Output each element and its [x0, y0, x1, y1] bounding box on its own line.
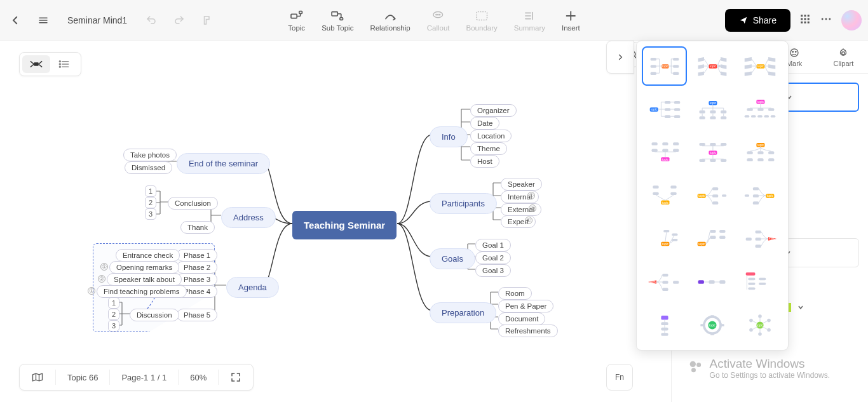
- svg-rect-137: [710, 116, 715, 119]
- map-layers-button[interactable]: [20, 365, 55, 390]
- central-topic[interactable]: Teaching Seminar: [292, 211, 397, 239]
- theme-option-4[interactable]: topic: [643, 91, 686, 128]
- theme-option-13[interactable]: topic: [643, 220, 686, 257]
- topic-count[interactable]: Topic 66: [56, 365, 109, 390]
- summary-tool[interactable]: Summary: [508, 6, 552, 34]
- svg-rect-148: [747, 108, 753, 111]
- dnum-1[interactable]: 1: [108, 297, 119, 309]
- theme-option-19[interactable]: [643, 307, 686, 344]
- zoom-level[interactable]: 60%: [179, 365, 218, 390]
- apps-grid-icon[interactable]: [799, 13, 811, 27]
- topic-address[interactable]: Address: [221, 207, 276, 228]
- callout-tool[interactable]: Callout: [421, 6, 456, 34]
- subtopic-tool[interactable]: Sub Topic: [315, 6, 360, 34]
- leaf-phase3[interactable]: Phase 3: [177, 273, 217, 286]
- svg-rect-257: [710, 333, 714, 335]
- mindmap-view-button[interactable]: [22, 55, 50, 73]
- theme-option-14[interactable]: topic: [691, 220, 733, 257]
- back-button[interactable]: [6, 11, 24, 29]
- theme-option-7[interactable]: topic: [643, 134, 686, 171]
- leaf-dismissed[interactable]: Dismissed: [125, 161, 172, 174]
- topic-preparation[interactable]: Preparation: [430, 302, 496, 323]
- tab-clipart[interactable]: Clipart: [819, 41, 868, 73]
- outline-view-button[interactable]: [50, 55, 78, 73]
- undo-button[interactable]: [142, 11, 160, 29]
- topic-agenda[interactable]: Agenda: [226, 277, 279, 298]
- num-1[interactable]: 1: [145, 185, 156, 197]
- topic-endseminar[interactable]: End of the seminar: [177, 153, 270, 174]
- leaf-thank[interactable]: Thank: [180, 221, 215, 234]
- theme-option-16[interactable]: topic: [643, 264, 686, 300]
- fullscreen-button[interactable]: [219, 365, 253, 390]
- leaf-discussion[interactable]: Discussion: [130, 309, 179, 321]
- insert-tool[interactable]: Insert: [555, 6, 587, 34]
- svg-rect-236: [709, 280, 714, 284]
- leaf-goal3[interactable]: Goal 3: [475, 264, 511, 277]
- document-title[interactable]: Seminar Mind1: [62, 15, 132, 25]
- theme-option-3[interactable]: topic: [739, 48, 782, 84]
- collapse-themes-button[interactable]: [606, 41, 634, 74]
- leaf-organizer[interactable]: Organizer: [470, 104, 517, 117]
- svg-point-52: [842, 51, 845, 55]
- leaf-refreshments[interactable]: Refreshments: [498, 325, 558, 337]
- leaf-entrance[interactable]: Entrance check: [116, 249, 180, 262]
- leaf-location[interactable]: Location: [470, 130, 512, 142]
- theme-option-18[interactable]: [739, 264, 782, 300]
- leaf-conclusion[interactable]: Conclusion: [168, 197, 218, 210]
- leaf-phase2[interactable]: Phase 2: [177, 261, 217, 274]
- leaf-findproblems[interactable]: Find teaching problems: [97, 285, 187, 298]
- svg-text:topic: topic: [710, 151, 717, 154]
- leaf-theme[interactable]: Theme: [470, 142, 507, 155]
- topic-info[interactable]: Info: [430, 126, 468, 147]
- leaf-phase5[interactable]: Phase 5: [177, 309, 217, 321]
- more-menu-icon[interactable]: [820, 13, 832, 28]
- leaf-host[interactable]: Host: [470, 155, 499, 168]
- boundary-tool[interactable]: Boundary: [460, 6, 504, 34]
- theme-option-1[interactable]: topic: [643, 48, 686, 84]
- redo-button[interactable]: [170, 11, 188, 29]
- leaf-date[interactable]: Date: [470, 117, 499, 130]
- badge-opening: ①: [100, 263, 108, 271]
- svg-point-32: [825, 18, 827, 20]
- page-indicator[interactable]: Page-1 1 / 1: [110, 365, 178, 390]
- theme-option-6[interactable]: topic: [739, 91, 782, 128]
- dnum-3[interactable]: 3: [108, 320, 119, 332]
- theme-option-20[interactable]: topic: [691, 307, 733, 344]
- leaf-penpaper[interactable]: Pen & Paper: [498, 300, 553, 312]
- leaf-goal1[interactable]: Goal 1: [475, 239, 511, 251]
- leaf-speakertalk[interactable]: Speaker talk about: [107, 273, 182, 286]
- leaf-takephotos[interactable]: Take photos: [123, 149, 177, 161]
- theme-option-12[interactable]: topic: [739, 177, 782, 214]
- format-painter-button[interactable]: [198, 11, 216, 29]
- theme-option-10[interactable]: topic: [643, 177, 686, 214]
- theme-option-11[interactable]: topic: [691, 177, 733, 214]
- leaf-opening[interactable]: Opening remarks: [109, 261, 179, 274]
- fn-shortcut-button[interactable]: Fn: [606, 364, 633, 391]
- theme-option-5[interactable]: topic: [691, 91, 733, 128]
- leaf-goal2[interactable]: Goal 2: [475, 251, 511, 264]
- svg-rect-162: [673, 149, 679, 152]
- leaf-phase1[interactable]: Phase 1: [177, 249, 217, 262]
- theme-option-8[interactable]: topic: [691, 134, 733, 171]
- topic-goals[interactable]: Goals: [430, 248, 475, 269]
- leaf-room[interactable]: Room: [498, 287, 532, 300]
- svg-marker-96: [698, 57, 704, 62]
- user-avatar[interactable]: [841, 10, 862, 30]
- topic-tool[interactable]: Topic: [281, 6, 311, 34]
- menu-button[interactable]: [34, 11, 52, 29]
- theme-option-9[interactable]: topic: [739, 134, 782, 171]
- num-2[interactable]: 2: [145, 197, 156, 208]
- theme-option-2[interactable]: topic: [691, 48, 733, 84]
- dnum-2[interactable]: 2: [108, 309, 119, 320]
- relationship-tool[interactable]: Relationship: [363, 6, 416, 34]
- share-button[interactable]: Share: [725, 9, 790, 32]
- theme-option-17[interactable]: [691, 264, 733, 300]
- leaf-document[interactable]: Document: [498, 312, 545, 325]
- num-3[interactable]: 3: [145, 208, 156, 220]
- svg-point-12: [436, 14, 437, 15]
- topic-participants[interactable]: Participants: [430, 193, 497, 214]
- leaf-speaker[interactable]: Speaker: [501, 178, 542, 191]
- theme-option-15[interactable]: topic: [739, 220, 782, 257]
- svg-rect-198: [712, 187, 718, 191]
- theme-option-21[interactable]: topic: [739, 307, 782, 344]
